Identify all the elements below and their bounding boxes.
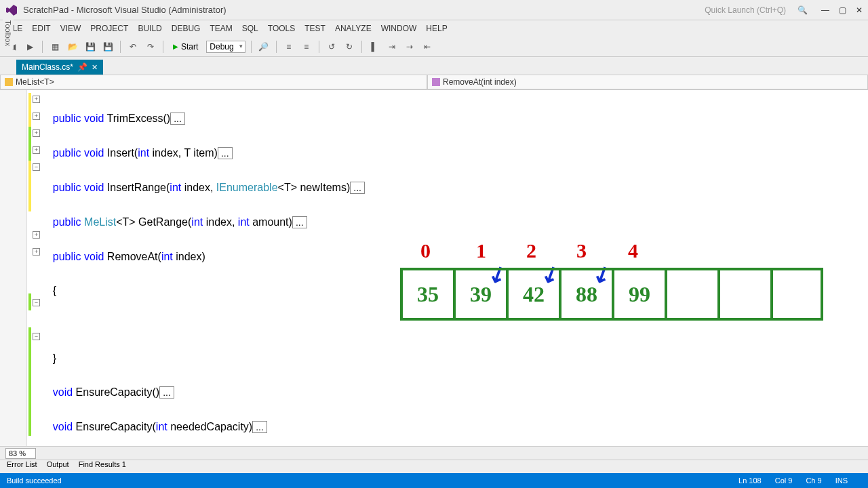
fold-icon[interactable]: + bbox=[33, 146, 40, 154]
col-status: Col 9 bbox=[775, 476, 793, 485]
fold-icon[interactable]: + bbox=[33, 113, 40, 120]
maximize-button[interactable]: ▢ bbox=[839, 5, 846, 15]
menu-analyze[interactable]: ANALYZE bbox=[335, 24, 372, 33]
fold-icon[interactable]: − bbox=[33, 299, 40, 306]
fold-icon[interactable]: + bbox=[33, 248, 40, 256]
find-icon[interactable]: 🔎 bbox=[257, 40, 271, 54]
save-all-icon[interactable]: 💾 bbox=[101, 40, 115, 54]
close-button[interactable]: ✕ bbox=[856, 5, 863, 15]
start-debug-button[interactable]: ▶ Start bbox=[169, 42, 202, 52]
menu-tools[interactable]: TOOLS bbox=[268, 24, 295, 33]
build-status: Build succeeded bbox=[7, 476, 62, 485]
fold-icon[interactable]: + bbox=[33, 96, 40, 103]
undo-icon[interactable]: ↶ bbox=[126, 40, 140, 54]
method-icon bbox=[432, 78, 440, 86]
comment-icon[interactable]: ≡ bbox=[282, 40, 296, 54]
menu-project[interactable]: PROJECT bbox=[90, 24, 128, 33]
tab-pin-icon[interactable]: 📌 bbox=[77, 62, 87, 72]
menu-sql[interactable]: SQL bbox=[242, 24, 258, 33]
minimize-button[interactable]: — bbox=[821, 5, 829, 15]
array-cell bbox=[665, 268, 717, 321]
type-nav-dropdown[interactable]: MeList<T> bbox=[0, 75, 427, 89]
toolbar: ◀ ▶ ▦ 📂 💾 💾 ↶ ↷ ▶ Start Debug 🔎 ≡ ≡ ↺ ↻ … bbox=[0, 37, 868, 57]
window-title: ScratchPad - Microsoft Visual Studio (Ad… bbox=[23, 5, 700, 15]
open-file-icon[interactable]: 📂 bbox=[66, 40, 79, 54]
menu-bar: FILE EDIT VIEW PROJECT BUILD DEBUG TEAM … bbox=[0, 20, 868, 37]
code-editor[interactable]: + + + + − + + − − public void TrimExcess… bbox=[0, 90, 868, 470]
fold-icon[interactable]: − bbox=[33, 333, 40, 340]
array-cell: 35 bbox=[400, 268, 453, 321]
array-cell bbox=[770, 268, 823, 321]
step-back-icon[interactable]: ↺ bbox=[325, 40, 338, 54]
class-icon bbox=[5, 78, 13, 86]
step-over-icon[interactable]: ⇢ bbox=[403, 40, 416, 54]
fold-icon[interactable]: + bbox=[33, 129, 40, 137]
config-dropdown[interactable]: Debug bbox=[206, 41, 245, 53]
menu-build[interactable]: BUILD bbox=[138, 24, 161, 33]
tab-strip: MainClass.cs* 📌 ✕ bbox=[0, 57, 868, 75]
menu-view[interactable]: VIEW bbox=[60, 24, 81, 33]
code-content[interactable]: public void TrimExcess()... public void … bbox=[41, 93, 384, 470]
tool-windows-bar: Error List Output Find Results 1 bbox=[0, 460, 868, 473]
find-results-tab[interactable]: Find Results 1 bbox=[79, 460, 126, 473]
array-cell: 42 bbox=[506, 268, 559, 321]
menu-test[interactable]: TEST bbox=[304, 24, 326, 33]
quick-launch-input[interactable]: Quick Launch (Ctrl+Q) bbox=[700, 3, 791, 17]
uncomment-icon[interactable]: ≡ bbox=[300, 40, 313, 54]
step-fwd-icon[interactable]: ↻ bbox=[342, 40, 356, 54]
nav-fwd-icon[interactable]: ▶ bbox=[23, 40, 37, 54]
member-nav-dropdown[interactable]: RemoveAt(int index) bbox=[427, 75, 868, 89]
menu-debug[interactable]: DEBUG bbox=[172, 24, 201, 33]
start-label: Start bbox=[181, 42, 198, 52]
fold-icon[interactable]: + bbox=[33, 231, 40, 239]
menu-help[interactable]: HELP bbox=[426, 24, 447, 33]
array-cell: 99 bbox=[612, 268, 665, 321]
step-out-icon[interactable]: ⇤ bbox=[420, 40, 434, 54]
play-icon: ▶ bbox=[173, 43, 178, 50]
array-cell: 88 bbox=[559, 268, 612, 321]
step-into-icon[interactable]: ⇥ bbox=[385, 40, 399, 54]
error-list-tab[interactable]: Error List bbox=[7, 460, 37, 473]
output-tab[interactable]: Output bbox=[47, 460, 69, 473]
toolbox-panel-tab[interactable]: Toolbox bbox=[3, 18, 14, 49]
zoom-bar: 83 % bbox=[0, 446, 868, 460]
array-cell: 39 bbox=[453, 268, 506, 321]
ch-status: Ch 9 bbox=[806, 476, 821, 485]
menu-edit[interactable]: EDIT bbox=[32, 24, 50, 33]
tab-label: MainClass.cs* bbox=[22, 62, 73, 72]
array-cell bbox=[717, 268, 770, 321]
tab-close-icon[interactable]: ✕ bbox=[92, 63, 98, 72]
zoom-dropdown[interactable]: 83 % bbox=[5, 448, 36, 459]
redo-icon[interactable]: ↷ bbox=[144, 40, 157, 54]
vs-logo-icon bbox=[5, 4, 18, 16]
line-status: Ln 108 bbox=[738, 476, 762, 485]
save-icon[interactable]: 💾 bbox=[83, 40, 97, 54]
new-project-icon[interactable]: ▦ bbox=[48, 40, 62, 54]
menu-window[interactable]: WINDOW bbox=[381, 24, 417, 33]
gutter bbox=[0, 90, 27, 470]
nav-bar: MeList<T> RemoveAt(int index) bbox=[0, 75, 868, 90]
break-icon[interactable]: ▌ bbox=[368, 40, 381, 54]
ins-status: INS bbox=[835, 476, 848, 485]
file-tab[interactable]: MainClass.cs* 📌 ✕ bbox=[16, 60, 103, 75]
search-icon[interactable]: 🔍 bbox=[797, 5, 808, 15]
menu-team[interactable]: TEAM bbox=[210, 24, 232, 33]
status-bar: Build succeeded Ln 108 Col 9 Ch 9 INS bbox=[0, 473, 868, 488]
fold-icon[interactable]: − bbox=[33, 163, 40, 171]
title-bar: ScratchPad - Microsoft Visual Studio (Ad… bbox=[0, 0, 868, 20]
